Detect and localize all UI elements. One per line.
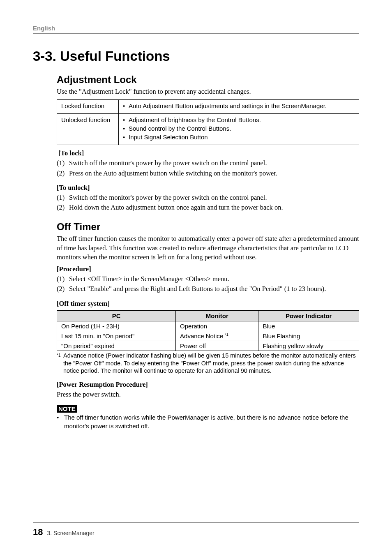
page-footer: 183. ScreenManager [33,522,359,538]
table-row: Last 15 min. in "On period" Advance Noti… [57,331,359,341]
table-row: "On period" expired Power off Flashing y… [57,341,359,351]
header-language: English [33,25,359,32]
adjustment-lock-lead: Use the "Adjustment Lock" function to pr… [57,87,359,96]
unlocked-function-cell: •Adjustment of brightness by the Control… [119,114,359,145]
cell: Operation [176,321,258,331]
unlocked-function-item: Sound control by the Control Buttons. [129,125,231,132]
bullet-icon: • [123,125,129,132]
procedure-step: Select "Enable" and press the Right and … [69,284,326,293]
lock-functions-table: Locked function •Auto Adjustment Button … [57,99,359,145]
to-lock-label: [To lock] [58,149,359,157]
table-row: On Period (1H - 23H) Operation Blue [57,321,359,331]
off-timer-table: PC Monitor Power Indicator On Period (1H… [57,310,359,351]
unlocked-function-item: Input Signal Selection Button [129,134,208,141]
cell: Advance Notice *1 [176,331,258,341]
cell: Last 15 min. in "On period" [57,331,176,341]
page-number: 18 [33,527,43,537]
note-badge: NOTE [57,405,77,413]
col-pc: PC [57,310,176,321]
bullet-icon: • [123,134,129,141]
unlocked-function-item: Adjustment of brightness by the Control … [129,116,261,123]
table-row: Unlocked function •Adjustment of brightn… [57,114,359,145]
bullet-icon: • [57,413,64,430]
step-number: (2) [57,169,69,178]
footnote-mark-icon: *1 [57,352,63,375]
step-number: (2) [57,284,69,293]
col-power-indicator: Power Indicator [258,310,359,321]
note-text: The off timer function works while the P… [64,413,359,430]
bullet-icon: • [123,116,129,123]
cell: Blue Flashing [258,331,359,341]
lock-step: Switch off the monitor's power by the po… [69,159,267,168]
footer-rule [33,522,359,523]
locked-function-cell: •Auto Adjustment Button adjustments and … [119,100,359,114]
step-number: (1) [57,275,69,284]
locked-function-label: Locked function [57,100,119,114]
chapter-label: 3. ScreenManager [47,530,94,536]
off-timer-system-label: [Off timer system] [57,300,359,308]
cell: Flashing yellow slowly [258,341,359,351]
unlock-step: Hold down the Auto adjustment button onc… [69,203,283,212]
header-rule [33,33,359,34]
locked-function-item: Auto Adjustment Button adjustments and s… [129,102,327,109]
col-monitor: Monitor [176,310,258,321]
step-number: (2) [57,203,69,212]
procedure-label: [Procedure] [57,265,359,273]
footnote: *1 Advance notice (Power Indicator flash… [57,352,359,375]
procedure-step: Select <Off Timer> in the ScreenManager … [69,275,229,284]
table-row: Locked function •Auto Adjustment Button … [57,100,359,114]
cell: Blue [258,321,359,331]
step-number: (1) [57,193,69,202]
lock-step: Press on the Auto adjustment button whil… [69,169,277,178]
cell: Power off [176,341,258,351]
adjustment-lock-heading: Adjustment Lock [57,74,359,85]
table-row: PC Monitor Power Indicator [57,310,359,321]
unlocked-function-label: Unlocked function [57,114,119,145]
footnote-text: Advance notice (Power Indicator flashing… [63,352,359,375]
to-unlock-label: [To unlock] [57,184,359,192]
cell: "On period" expired [57,341,176,351]
footnote-mark-icon: *1 [225,332,228,337]
off-timer-heading: Off Timer [57,221,359,233]
off-timer-lead: The off timer function causes the monito… [57,234,359,262]
step-number: (1) [57,159,69,168]
power-resumption-text: Press the power switch. [57,390,359,399]
page-title: 3-3. Useful Functions [33,48,359,64]
bullet-icon: • [123,102,129,109]
unlock-step: Switch off the monitor's power by the po… [69,193,267,202]
cell: On Period (1H - 23H) [57,321,176,331]
power-resumption-label: [Power Resumption Procedure] [57,381,359,389]
